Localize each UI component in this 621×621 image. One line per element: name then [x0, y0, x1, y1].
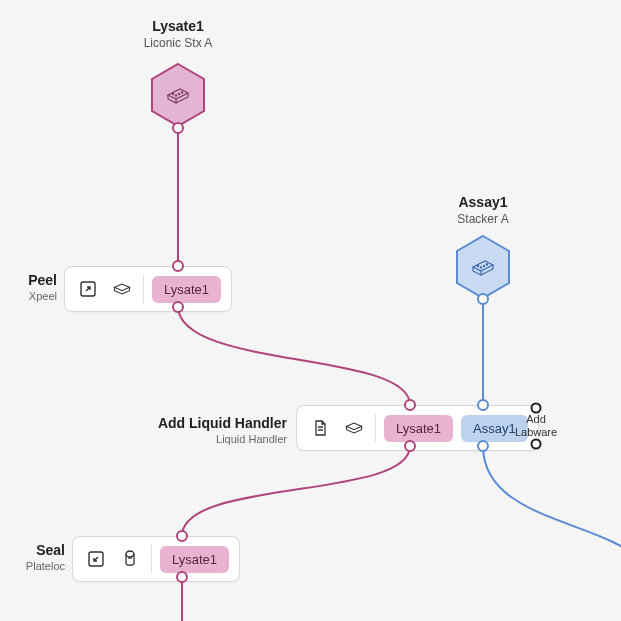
step-title: Add Liquid Handler	[137, 415, 287, 431]
svg-point-2	[175, 95, 176, 96]
port-seal-in[interactable]	[176, 530, 188, 542]
step-seal-label: Seal Plateloc	[5, 542, 65, 572]
svg-point-8	[483, 265, 484, 266]
labware-icon	[109, 276, 135, 302]
svg-point-1	[172, 93, 173, 94]
svg-marker-0	[152, 64, 204, 126]
chip-lysate1[interactable]: Lysate1	[160, 546, 229, 573]
port-peel-out[interactable]	[172, 301, 184, 313]
port-alh-assay-out[interactable]	[477, 440, 489, 452]
step-title: Seal	[5, 542, 65, 558]
labware-subtitle: Stacker A	[403, 212, 563, 226]
divider	[143, 275, 144, 303]
svg-point-7	[480, 267, 481, 268]
add-labware-label[interactable]: Add Labware	[511, 413, 561, 439]
labware-icon	[341, 415, 367, 441]
port-add-labware-bottom[interactable]	[531, 439, 542, 450]
step-subtitle: Xpeel	[7, 290, 57, 302]
labware-lysate1-node[interactable]	[149, 62, 207, 128]
document-icon[interactable]	[307, 415, 333, 441]
port-alh-lysate-out[interactable]	[404, 440, 416, 452]
port-alh-lysate-in[interactable]	[404, 399, 416, 411]
chip-lysate1[interactable]: Lysate1	[384, 415, 453, 442]
svg-point-6	[477, 265, 478, 266]
seal-icon	[117, 546, 143, 572]
chip-lysate1[interactable]: Lysate1	[152, 276, 221, 303]
labware-assay1-label: Assay1 Stacker A	[403, 194, 563, 226]
step-subtitle: Plateloc	[5, 560, 65, 572]
divider	[151, 545, 152, 573]
labware-title: Lysate1	[98, 18, 258, 34]
port-seal-out[interactable]	[176, 571, 188, 583]
svg-point-12	[126, 551, 134, 557]
svg-point-9	[486, 264, 487, 265]
svg-point-3	[178, 93, 179, 94]
svg-point-4	[181, 92, 182, 93]
port-alh-assay-in[interactable]	[477, 399, 489, 411]
labware-title: Assay1	[403, 194, 563, 210]
port-assay1-out[interactable]	[477, 293, 489, 305]
port-lysate1-out[interactable]	[172, 122, 184, 134]
labware-subtitle: Liconic Stx A	[98, 36, 258, 50]
step-add-liquid-handler[interactable]: Lysate1 Assay1	[296, 405, 539, 451]
step-subtitle: Liquid Handler	[137, 433, 287, 445]
step-alh-label: Add Liquid Handler Liquid Handler	[137, 415, 287, 445]
step-peel[interactable]: Lysate1	[64, 266, 232, 312]
expand-icon[interactable]	[75, 276, 101, 302]
labware-lysate1-label: Lysate1 Liconic Stx A	[98, 18, 258, 50]
step-peel-label: Peel Xpeel	[7, 272, 57, 302]
divider	[375, 414, 376, 442]
labware-assay1-node[interactable]	[454, 234, 512, 300]
step-seal[interactable]: Lysate1	[72, 536, 240, 582]
step-title: Peel	[7, 272, 57, 288]
svg-marker-5	[457, 236, 509, 298]
import-icon[interactable]	[83, 546, 109, 572]
port-peel-in[interactable]	[172, 260, 184, 272]
